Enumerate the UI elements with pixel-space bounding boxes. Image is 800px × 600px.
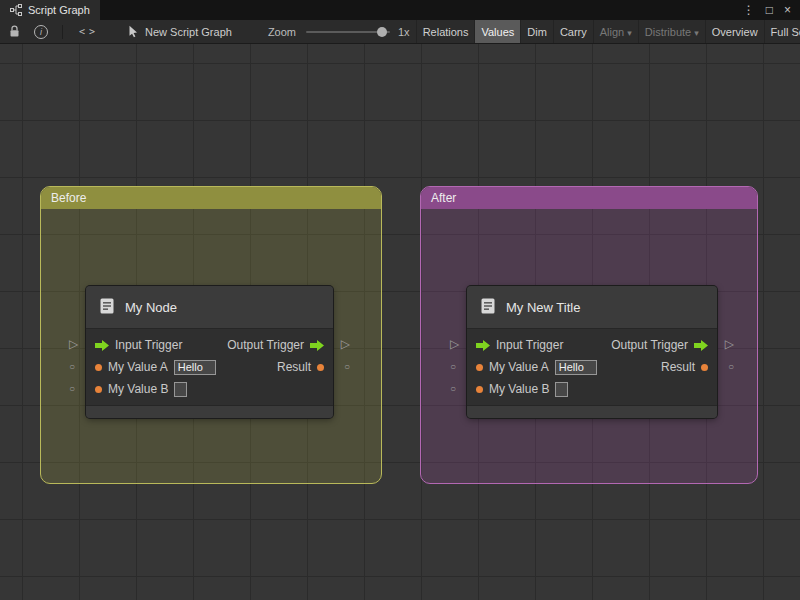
new-script-graph-button[interactable]: New Script Graph <box>128 25 232 38</box>
result-label: Result <box>661 360 695 374</box>
carry-button[interactable]: Carry <box>553 20 593 43</box>
value-b-input[interactable] <box>555 382 568 397</box>
result-port-icon[interactable]: ○ <box>344 362 350 372</box>
script-graph-window: Script Graph ⋮ □ × i < > New Script Grap… <box>0 0 800 600</box>
code-icon[interactable]: < > <box>79 26 94 37</box>
trigger-out-icon[interactable] <box>694 340 708 351</box>
node-body: Input Trigger Output Trigger My Valu <box>86 329 333 405</box>
group-title: After <box>431 191 456 205</box>
value-b-port-icon[interactable]: ○ <box>450 384 456 394</box>
value-a-label: My Value A <box>489 360 549 374</box>
pointer-icon <box>128 25 139 38</box>
trigger-in-icon[interactable] <box>95 340 109 351</box>
close-icon[interactable]: × <box>784 4 791 16</box>
tab-bar: Script Graph ⋮ □ × <box>0 0 800 20</box>
value-b-row: My Value B <box>467 378 717 400</box>
value-b-dot-icon[interactable] <box>95 386 102 393</box>
value-a-input[interactable] <box>174 360 216 375</box>
node-body: Input Trigger Output Trigger My Valu <box>467 329 717 405</box>
input-trigger-label: Input Trigger <box>496 338 563 352</box>
value-b-row: My Value B <box>86 378 333 400</box>
zoom-value: 1x <box>398 26 410 38</box>
value-b-label: My Value B <box>108 382 168 396</box>
toolbar-buttons: Relations Values Dim Carry Align ▾ Distr… <box>416 20 800 43</box>
unit-icon <box>479 297 497 318</box>
node-my-node[interactable]: ▷ ○ ○ ▷ ○ My Node <box>86 286 333 418</box>
node-my-new-title[interactable]: ▷ ○ ○ ▷ ○ My New Title <box>467 286 717 418</box>
chevron-down-icon: ▾ <box>627 28 632 38</box>
distribute-dropdown[interactable]: Distribute ▾ <box>638 20 705 43</box>
unit-icon <box>98 297 116 318</box>
trigger-out-icon[interactable] <box>310 340 324 351</box>
value-b-port-icon[interactable]: ○ <box>69 384 75 394</box>
value-b-dot-icon[interactable] <box>476 386 483 393</box>
overview-button[interactable]: Overview <box>705 20 764 43</box>
relations-button[interactable]: Relations <box>416 20 475 43</box>
values-button[interactable]: Values <box>474 20 520 43</box>
result-dot-icon[interactable] <box>701 364 708 371</box>
value-b-input[interactable] <box>174 382 187 397</box>
tab-title: Script Graph <box>28 4 90 16</box>
value-b-label: My Value B <box>489 382 549 396</box>
group-title: Before <box>51 191 86 205</box>
window-controls: ⋮ □ × <box>743 0 800 20</box>
graph-toolbar: i < > New Script Graph Zoom 1x Relations… <box>0 20 800 44</box>
dim-button[interactable]: Dim <box>520 20 553 43</box>
value-a-port-icon[interactable]: ○ <box>69 362 75 372</box>
trigger-in-icon[interactable] <box>476 340 490 351</box>
fullscreen-button[interactable]: Full Scr <box>764 20 800 43</box>
output-trigger-port-icon[interactable]: ▷ <box>341 338 350 350</box>
toolbar-divider <box>62 25 63 39</box>
node-header[interactable]: My Node <box>86 286 333 329</box>
zoom-label: Zoom <box>268 26 296 38</box>
info-icon[interactable]: i <box>34 25 48 39</box>
result-label: Result <box>277 360 311 374</box>
group-header[interactable]: Before <box>41 187 381 209</box>
result-port-icon[interactable]: ○ <box>728 362 734 372</box>
value-a-dot-icon[interactable] <box>95 364 102 371</box>
graph-canvas[interactable]: Before After ▷ ○ ○ ▷ ○ <box>0 44 800 600</box>
value-a-dot-icon[interactable] <box>476 364 483 371</box>
value-a-input[interactable] <box>555 360 597 375</box>
node-footer <box>86 405 333 418</box>
zoom-slider-knob[interactable] <box>377 27 387 37</box>
input-trigger-port-icon[interactable]: ▷ <box>69 338 78 350</box>
node-title: My Node <box>125 300 177 315</box>
tab-script-graph[interactable]: Script Graph <box>0 0 100 20</box>
value-a-row: My Value A Result <box>86 356 333 378</box>
value-a-row: My Value A Result <box>467 356 717 378</box>
output-trigger-label: Output Trigger <box>611 338 688 352</box>
graph-name-label: New Script Graph <box>145 26 232 38</box>
zoom-slider[interactable] <box>306 31 390 33</box>
result-dot-icon[interactable] <box>317 364 324 371</box>
group-header[interactable]: After <box>421 187 757 209</box>
trigger-row: Input Trigger Output Trigger <box>86 334 333 356</box>
menu-kebab-icon[interactable]: ⋮ <box>743 4 755 16</box>
node-header[interactable]: My New Title <box>467 286 717 329</box>
chevron-down-icon: ▾ <box>694 28 699 38</box>
align-dropdown[interactable]: Align ▾ <box>593 20 638 43</box>
lock-icon[interactable] <box>9 25 20 38</box>
graph-icon <box>10 4 22 16</box>
value-a-label: My Value A <box>108 360 168 374</box>
node-footer <box>467 405 717 418</box>
input-trigger-port-icon[interactable]: ▷ <box>450 338 459 350</box>
output-trigger-port-icon[interactable]: ▷ <box>725 338 734 350</box>
maximize-icon[interactable]: □ <box>766 4 773 16</box>
output-trigger-label: Output Trigger <box>227 338 304 352</box>
input-trigger-label: Input Trigger <box>115 338 182 352</box>
node-title: My New Title <box>506 300 580 315</box>
value-a-port-icon[interactable]: ○ <box>450 362 456 372</box>
trigger-row: Input Trigger Output Trigger <box>467 334 717 356</box>
